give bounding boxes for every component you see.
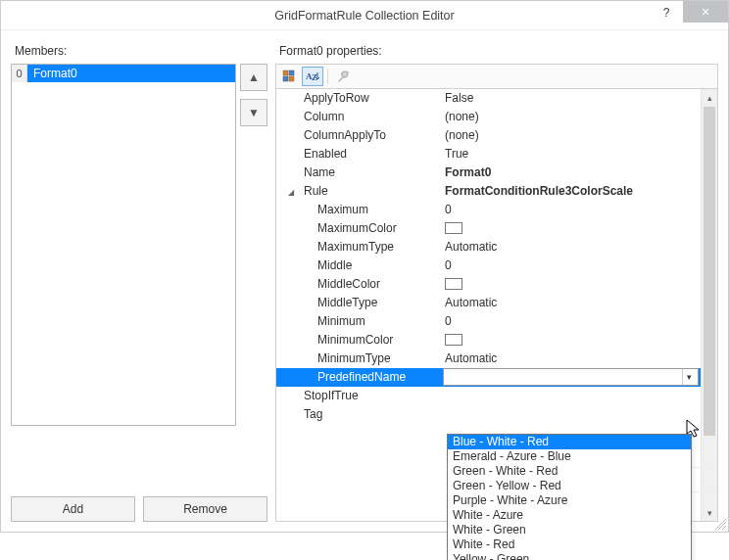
property-name: Middle xyxy=(276,257,443,275)
property-name: MiddleType xyxy=(276,294,443,312)
property-value xyxy=(443,331,701,350)
add-button[interactable]: Add xyxy=(11,496,135,522)
property-name: StopIfTrue xyxy=(276,387,443,405)
property-row[interactable]: MaximumTypeAutomatic xyxy=(276,238,701,257)
dropdown-arrow-icon[interactable]: ▾ xyxy=(682,369,696,385)
property-value xyxy=(443,387,701,405)
property-name: Maximum xyxy=(276,201,443,219)
svg-rect-2 xyxy=(283,76,288,81)
close-button[interactable]: × xyxy=(683,1,728,23)
property-value: FormatConditionRule3ColorScale xyxy=(443,182,701,201)
remove-button[interactable]: Remove xyxy=(143,496,267,522)
members-panel: Members: 0 Format0 ▲ ▼ xyxy=(11,40,267,522)
property-row[interactable]: ApplyToRowFalse xyxy=(276,89,701,108)
categorized-button[interactable] xyxy=(278,67,300,86)
scroll-up-icon[interactable]: ▴ xyxy=(702,89,717,106)
property-value: Automatic xyxy=(443,238,701,257)
scroll-thumb[interactable] xyxy=(704,107,715,436)
property-row[interactable]: Tag xyxy=(276,405,701,424)
svg-rect-3 xyxy=(289,76,294,81)
svg-rect-0 xyxy=(283,70,288,75)
dropdown-item[interactable]: Green - White - Red xyxy=(448,464,691,479)
property-name: Column xyxy=(276,108,443,126)
dropdown-item[interactable]: Yellow - Green xyxy=(448,552,691,560)
property-name: ApplyToRow xyxy=(276,89,443,108)
property-row[interactable]: MinimumColor xyxy=(276,331,701,350)
reorder-buttons: ▲ ▼ xyxy=(240,64,267,485)
property-row[interactable]: Middle0 xyxy=(276,257,701,275)
color-swatch xyxy=(445,222,462,234)
resize-grip[interactable] xyxy=(712,516,726,530)
property-name: MinimumType xyxy=(276,350,443,368)
help-button[interactable]: ? xyxy=(650,1,683,24)
svg-rect-1 xyxy=(289,70,294,75)
property-value: Automatic xyxy=(443,294,701,312)
move-up-button[interactable]: ▲ xyxy=(240,64,267,91)
properties-label: Format0 properties: xyxy=(279,44,718,58)
alphabetical-button[interactable]: A Z xyxy=(302,67,323,86)
property-value xyxy=(443,275,701,294)
color-swatch xyxy=(445,278,462,290)
dropdown-item[interactable]: Green - Yellow - Red xyxy=(448,479,691,493)
property-row[interactable]: Maximum0 xyxy=(276,201,701,219)
property-row[interactable]: MinimumTypeAutomatic xyxy=(276,350,701,368)
wrench-icon xyxy=(336,70,350,83)
property-value: 0 xyxy=(443,312,701,331)
property-value: (none) xyxy=(443,108,701,126)
titlebar: GridFormatRule Collection Editor ? × xyxy=(1,1,728,30)
members-list[interactable]: 0 Format0 xyxy=(11,64,236,426)
property-name: Name xyxy=(276,163,443,182)
property-row[interactable]: MiddleTypeAutomatic xyxy=(276,294,701,312)
property-name: PredefinedName xyxy=(276,368,443,387)
property-value: Automatic xyxy=(443,350,701,368)
list-item-label: Format0 xyxy=(27,65,235,82)
predefined-name-dropdown[interactable]: Blue - White - RedEmerald - Azure - Blue… xyxy=(447,434,692,560)
property-value: 0 xyxy=(443,257,701,275)
arrow-down-icon: ▼ xyxy=(248,106,260,119)
property-row[interactable]: ◢RuleFormatConditionRule3ColorScale xyxy=(276,182,701,201)
property-name: MaximumColor xyxy=(276,219,443,238)
property-name: MaximumType xyxy=(276,238,443,257)
list-item[interactable]: 0 Format0 xyxy=(12,65,235,82)
property-value xyxy=(443,219,701,238)
property-row[interactable]: StopIfTrue xyxy=(276,387,701,405)
members-label: Members: xyxy=(15,44,267,58)
property-value: False xyxy=(443,89,701,108)
property-row[interactable]: ColumnApplyTo(none) xyxy=(276,126,701,145)
property-row[interactable]: MiddleColor xyxy=(276,275,701,294)
alphabetical-icon: A Z xyxy=(305,70,320,83)
dropdown-item[interactable]: Purple - White - Azure xyxy=(448,493,691,508)
property-value xyxy=(443,405,701,424)
svg-text:Z: Z xyxy=(312,72,317,82)
property-name: MinimumColor xyxy=(276,331,443,350)
scrollbar[interactable]: ▴ ▾ xyxy=(701,89,717,521)
window-actions: ? × xyxy=(650,1,728,29)
property-row[interactable]: NameFormat0 xyxy=(276,163,701,182)
property-row-selected[interactable]: PredefinedName▾ xyxy=(276,368,701,387)
property-row[interactable]: Column(none) xyxy=(276,108,701,126)
property-value: (none) xyxy=(443,126,701,145)
property-row[interactable]: MaximumColor xyxy=(276,219,701,238)
expander-icon[interactable]: ◢ xyxy=(286,183,296,202)
list-item-index: 0 xyxy=(12,65,27,82)
dropdown-item[interactable]: Blue - White - Red xyxy=(448,435,691,449)
property-name: Minimum xyxy=(276,312,443,331)
dropdown-item[interactable]: Emerald - Azure - Blue xyxy=(448,449,691,464)
property-row[interactable]: EnabledTrue xyxy=(276,145,701,163)
dropdown-item[interactable]: White - Azure xyxy=(448,508,691,523)
property-value: Format0 xyxy=(443,163,701,182)
dropdown-item[interactable]: White - Green xyxy=(448,523,691,537)
property-toolbar: A Z xyxy=(275,64,718,88)
property-value: 0 xyxy=(443,201,701,219)
property-pages-button[interactable] xyxy=(332,67,354,86)
property-name: MiddleColor xyxy=(276,275,443,294)
move-down-button[interactable]: ▼ xyxy=(240,99,267,126)
arrow-up-icon: ▲ xyxy=(248,70,260,84)
property-row[interactable]: Minimum0 xyxy=(276,312,701,331)
categorized-icon xyxy=(282,70,296,83)
property-value: True xyxy=(443,145,701,163)
property-value[interactable]: ▾ xyxy=(443,368,699,386)
property-name: Enabled xyxy=(276,145,443,163)
dropdown-item[interactable]: White - Red xyxy=(448,537,691,552)
color-swatch xyxy=(445,334,462,346)
